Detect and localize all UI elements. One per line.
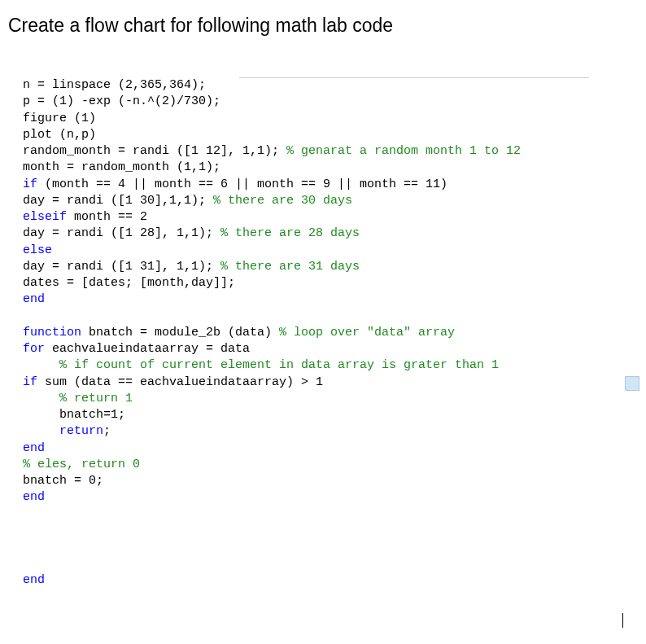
info-badge xyxy=(625,376,639,391)
document-title: Create a flow chart for following math l… xyxy=(8,15,636,37)
text-cursor xyxy=(622,613,623,628)
divider-line xyxy=(239,77,589,78)
code-block-1: n = linspace (2,365,364); p = (1) -exp (… xyxy=(23,77,636,589)
